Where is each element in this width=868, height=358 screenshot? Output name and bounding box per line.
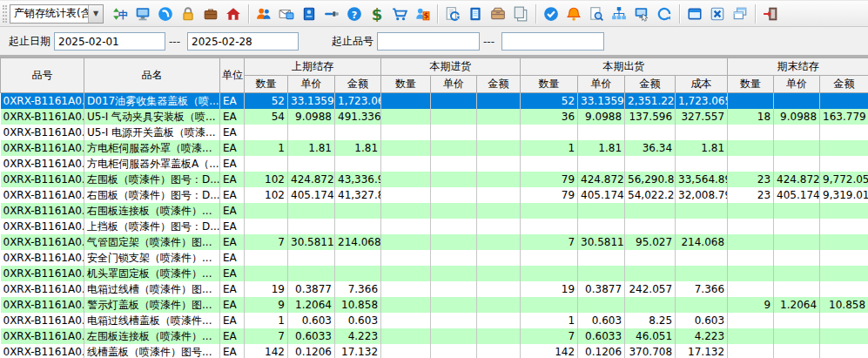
cell-ending-balance[interactable] [820, 93, 868, 110]
cell-ending-balance[interactable] [774, 234, 820, 250]
cell-period-shipment[interactable]: 32,008.797 [676, 187, 728, 203]
cell-ending-balance[interactable] [728, 156, 774, 172]
report-refresh-icon[interactable] [441, 3, 464, 25]
cell-period-shipment[interactable]: 1 [521, 140, 578, 156]
cell-period-shipment[interactable]: 46.051 [625, 328, 676, 344]
cell-ending-balance[interactable] [820, 203, 868, 219]
table-row[interactable]: 0XRX-B1161A0...方电柜伺服器外罩盖板A（...EA [1, 156, 868, 172]
pin-icon[interactable] [320, 3, 343, 25]
table-row[interactable]: 0XRX-B1161A0...左围板（喷漆件）图号：D...EA102424.8… [1, 172, 868, 187]
cell-period-purchase[interactable] [381, 344, 431, 358]
cell-period-purchase[interactable] [381, 93, 431, 110]
cell-period-shipment[interactable] [521, 203, 578, 219]
cell-prev-balance[interactable]: 424.872 [288, 172, 335, 187]
cell-unit[interactable]: EA [220, 281, 245, 297]
cell-period-purchase[interactable] [477, 328, 521, 344]
cell-prev-balance[interactable] [245, 125, 288, 140]
cell-period-purchase[interactable] [477, 156, 521, 172]
cell-period-shipment[interactable] [625, 297, 676, 313]
cell-ending-balance[interactable]: 424.872 [774, 172, 820, 187]
table-row[interactable]: 0XRX-B1161A0...线槽盖板（喷漆件）图号...EA1420.1206… [1, 344, 868, 358]
cell-ending-balance[interactable] [774, 125, 820, 140]
cell-period-shipment[interactable]: 1 [521, 313, 578, 328]
cell-prev-balance[interactable] [245, 203, 288, 219]
cell-period-shipment[interactable]: 56,290.855 [625, 172, 676, 187]
cell-prev-balance[interactable]: 7.366 [335, 281, 381, 297]
cart-icon[interactable] [388, 3, 411, 25]
cell-ending-balance[interactable] [820, 281, 868, 297]
cell-prev-balance[interactable]: 41,327.814 [335, 187, 381, 203]
cell-period-shipment[interactable]: 0.603 [676, 313, 728, 328]
cell-prev-balance[interactable]: 102 [245, 187, 288, 203]
users-icon[interactable] [252, 3, 275, 25]
cell-item-name[interactable]: 方电柜伺服器外罩盖板A（... [84, 156, 220, 172]
cell-prev-balance[interactable]: 9.0988 [288, 109, 335, 125]
briefcase-icon[interactable] [199, 3, 222, 25]
cell-prev-balance[interactable] [335, 156, 381, 172]
cell-period-shipment[interactable]: 214.068 [676, 234, 728, 250]
cell-unit[interactable]: EA [220, 156, 245, 172]
table-row[interactable]: 0XRX-B1161A0...左围板连接板（喷漆件）...EA70.60334.… [1, 328, 868, 344]
cell-prev-balance[interactable] [288, 250, 335, 266]
cell-period-shipment[interactable]: 33,564.89 [676, 172, 728, 187]
cell-ending-balance[interactable] [728, 266, 774, 281]
cell-ending-balance[interactable] [774, 344, 820, 358]
cell-ending-balance[interactable] [820, 344, 868, 358]
cell-ending-balance[interactable] [820, 140, 868, 156]
cell-period-shipment[interactable] [521, 219, 578, 234]
cell-prev-balance[interactable] [288, 266, 335, 281]
cell-ending-balance[interactable]: 10.858 [820, 297, 868, 313]
cell-period-shipment[interactable]: 7.366 [676, 281, 728, 297]
cell-prev-balance[interactable]: 7 [245, 234, 288, 250]
cell-prev-balance[interactable]: 1 [245, 313, 288, 328]
table-row[interactable]: 0XRX-B1161A0...方电柜伺服器外罩（喷漆...EA11.811.81… [1, 140, 868, 156]
item-from-input[interactable] [377, 32, 480, 51]
cell-ending-balance[interactable]: 9.0988 [774, 109, 820, 125]
cell-period-shipment[interactable]: 19 [521, 281, 578, 297]
cell-period-shipment[interactable]: 1.81 [578, 140, 625, 156]
cell-prev-balance[interactable]: 10.858 [335, 297, 381, 313]
cell-period-purchase[interactable] [381, 297, 431, 313]
cell-period-shipment[interactable]: 405.1746 [578, 187, 625, 203]
computer-icon[interactable] [131, 3, 154, 25]
cell-prev-balance[interactable]: 52 [245, 93, 288, 110]
remote-desktop-icon[interactable] [630, 3, 653, 25]
cell-prev-balance[interactable]: 0.3877 [288, 281, 335, 297]
cell-period-purchase[interactable] [431, 156, 477, 172]
cell-ending-balance[interactable] [774, 219, 820, 234]
cell-prev-balance[interactable] [335, 125, 381, 140]
cell-item-name[interactable]: 警示灯盖板（喷漆件）图... [84, 297, 220, 313]
cell-ending-balance[interactable] [774, 328, 820, 344]
cell-prev-balance[interactable]: 1.81 [288, 140, 335, 156]
table-row[interactable]: 0XRX-B1161A0...上挡板（喷漆件）图号：D...EA [1, 219, 868, 234]
table-row[interactable]: 0XRX-B1161A0...U5-I 电源开关盖板（喷漆...EA [1, 125, 868, 140]
cell-period-purchase[interactable] [381, 281, 431, 297]
cell-period-purchase[interactable] [431, 328, 477, 344]
cell-ending-balance[interactable] [728, 203, 774, 219]
window-icon[interactable] [683, 3, 706, 25]
cell-period-shipment[interactable] [521, 250, 578, 266]
cell-item-no[interactable]: 0XRX-B1161A0... [1, 203, 84, 219]
cell-ending-balance[interactable]: 23 [728, 187, 774, 203]
phone-icon[interactable] [154, 3, 177, 25]
toolbar-grip[interactable] [3, 5, 7, 23]
cell-ending-balance[interactable]: 9,319.017 [820, 187, 868, 203]
cell-unit[interactable]: EA [220, 172, 245, 187]
cell-period-purchase[interactable] [381, 234, 431, 250]
cell-prev-balance[interactable]: 491.336 [335, 109, 381, 125]
cell-period-purchase[interactable] [381, 219, 431, 234]
cell-item-no[interactable]: 0XRX-B1161A0... [1, 297, 84, 313]
cell-period-shipment[interactable] [578, 219, 625, 234]
cell-period-purchase[interactable] [431, 281, 477, 297]
cell-unit[interactable]: EA [220, 187, 245, 203]
cell-item-name[interactable]: 右围板连接板（喷漆件）... [84, 203, 220, 219]
cell-period-shipment[interactable]: 52 [521, 93, 578, 110]
preview-icon[interactable] [585, 3, 608, 25]
cell-ending-balance[interactable]: 1.2064 [774, 297, 820, 313]
cell-ending-balance[interactable] [774, 250, 820, 266]
cell-ending-balance[interactable] [728, 93, 774, 110]
cell-period-purchase[interactable] [381, 328, 431, 344]
cell-ending-balance[interactable] [728, 344, 774, 358]
cell-item-name[interactable]: D017油雾收集器盖板（喷... [84, 93, 220, 110]
cell-unit[interactable]: EA [220, 203, 245, 219]
